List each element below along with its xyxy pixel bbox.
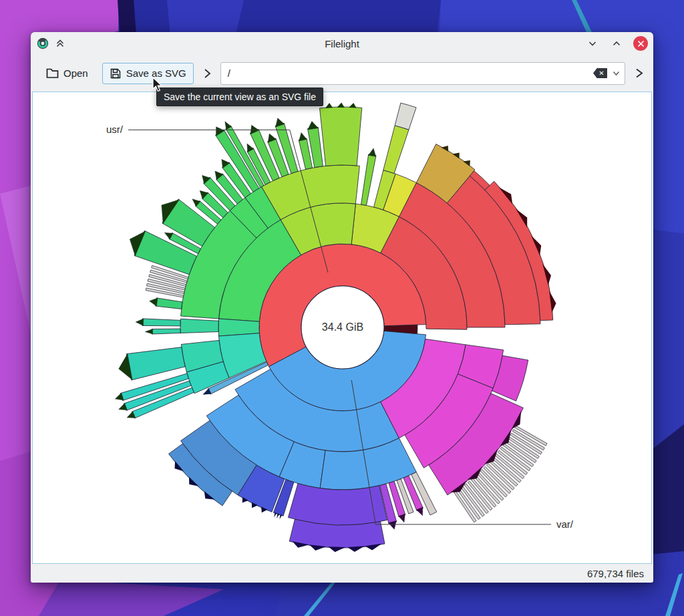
clear-backspace-icon[interactable]: ✕ — [593, 68, 607, 78]
chart-segment-shadow — [369, 148, 376, 156]
mouse-cursor-icon — [152, 77, 166, 96]
chart-segment-shadow — [145, 329, 153, 334]
chart-segment[interactable] — [395, 103, 416, 130]
chart-segment-shadow — [329, 547, 346, 552]
chart-label: usr/ — [106, 124, 124, 135]
location-value[interactable]: / — [228, 67, 593, 79]
chart-segment[interactable] — [142, 319, 180, 326]
history-forward-button[interactable] — [200, 65, 214, 82]
window-title: Filelight — [31, 38, 653, 49]
sunburst-chart: 34.4 GiB usr/var/ — [33, 92, 652, 564]
floppy-icon — [110, 67, 122, 80]
tooltip: Save the current view as an SVG file — [156, 88, 323, 106]
chart-area: 34.4 GiB usr/var/ — [32, 92, 652, 564]
tooltip-text: Save the current view as an SVG file — [164, 92, 316, 102]
dropdown-icon[interactable] — [612, 69, 621, 78]
filelight-app-icon — [36, 37, 49, 50]
chart-segment-shadow — [337, 103, 344, 108]
minimize-button[interactable] — [585, 36, 600, 51]
close-button[interactable] — [633, 36, 648, 51]
open-button-label: Open — [63, 67, 88, 79]
titlebar[interactable]: Filelight — [31, 32, 653, 55]
filelight-window: Filelight Open — [31, 32, 653, 583]
chart-label: var/ — [556, 518, 574, 530]
chart-segment[interactable] — [383, 126, 409, 174]
chart-segment-shadow — [349, 103, 356, 108]
chart-segment-shadow — [325, 103, 333, 108]
chart-segment[interactable] — [156, 298, 182, 309]
chart-segment-shadow — [150, 298, 158, 306]
folder-icon — [46, 67, 59, 79]
chart-segment[interactable] — [320, 107, 362, 166]
go-button[interactable] — [632, 65, 645, 82]
chart-segment[interactable] — [180, 319, 218, 333]
chart-segment-shadow — [136, 319, 144, 325]
open-button[interactable]: Open — [39, 63, 96, 84]
chart-segment-shadow — [308, 121, 319, 130]
chart-segment[interactable] — [152, 329, 180, 334]
chart-segment[interactable] — [361, 154, 377, 206]
chart-center-label: 34.4 GiB — [322, 321, 363, 333]
statusbar: 679,734 files — [31, 564, 653, 583]
toolbar: Open Save as SVG / ✕ — [31, 55, 653, 92]
file-count: 679,734 files — [587, 568, 644, 579]
keep-above-icon[interactable] — [55, 38, 65, 49]
maximize-button[interactable] — [609, 36, 624, 51]
chart-segment[interactable] — [126, 347, 185, 380]
location-bar[interactable]: / ✕ — [220, 62, 625, 85]
save-as-svg-button[interactable]: Save as SVG — [102, 63, 194, 84]
